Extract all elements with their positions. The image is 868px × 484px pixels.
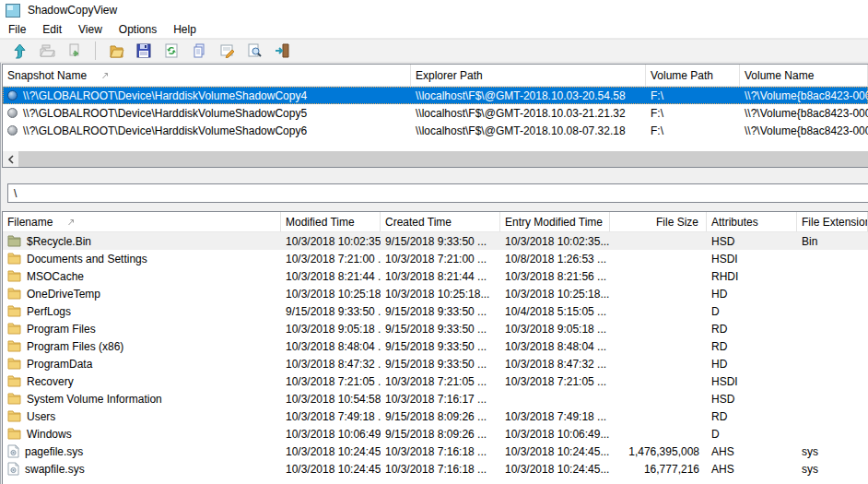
file-row[interactable]: PerfLogs 9/15/2018 9:33:50 ... 9/15/2018…	[3, 302, 868, 320]
column-header-volume-path[interactable]: Volume Path	[646, 65, 740, 86]
folder-icon	[7, 305, 21, 317]
snapshots-header: Snapshot Name Explorer Path Volume Path …	[3, 65, 868, 87]
volume-sphere-icon	[7, 90, 18, 100]
system-file-icon	[7, 462, 19, 476]
exit-button[interactable]	[274, 42, 290, 59]
open-folder-disabled-icon	[40, 43, 55, 58]
snapshot-row[interactable]: \\?\GLOBALROOT\Device\HarddiskVolumeShad…	[3, 122, 868, 139]
app-icon	[6, 4, 20, 18]
column-header-modified-time[interactable]: Modified Time	[281, 212, 381, 231]
sort-ascending-icon	[67, 218, 75, 226]
column-header-file-extension[interactable]: File Extension	[797, 212, 868, 231]
export-document-disabled-icon	[67, 43, 82, 58]
file-row[interactable]: ProgramData 10/3/2018 8:47:32 ... 9/15/2…	[3, 355, 868, 372]
scroll-left-button[interactable]	[3, 151, 18, 167]
save-floppy-icon	[136, 43, 151, 58]
volume-sphere-icon	[7, 108, 18, 118]
folder-icon	[7, 253, 21, 265]
file-row[interactable]: pagefile.sys 10/3/2018 10:24:45... 10/3/…	[3, 443, 868, 460]
find-button[interactable]	[246, 42, 263, 59]
chevron-left-icon	[7, 155, 15, 164]
snapshot-row[interactable]: \\?\GLOBALROOT\Device\HarddiskVolumeShad…	[3, 87, 868, 104]
snapshot-row[interactable]: \\?\GLOBALROOT\Device\HarddiskVolumeShad…	[3, 104, 868, 122]
copy-icon	[192, 43, 206, 58]
menu-bar: File Edit View Options Help	[0, 20, 868, 39]
open-folder-button[interactable]	[108, 42, 124, 59]
properties-icon	[219, 43, 235, 58]
folder-icon	[7, 410, 21, 422]
file-row[interactable]: swapfile.sys 10/3/2018 10:24:45... 10/3/…	[3, 460, 868, 478]
file-row[interactable]: Program Files 10/3/2018 9:05:18 ... 9/15…	[3, 320, 868, 337]
column-header-created-time[interactable]: Created Time	[381, 212, 500, 231]
copy-button[interactable]	[191, 42, 207, 59]
column-header-volume-name[interactable]: Volume Name	[740, 65, 868, 86]
current-path-field[interactable]: \	[7, 183, 868, 203]
folder-icon	[7, 270, 21, 282]
volume-sphere-icon	[7, 125, 18, 136]
title-bar: ShadowCopyView	[0, 0, 868, 20]
file-row[interactable]: $Recycle.Bin 10/3/2018 10:02:35... 9/15/…	[3, 232, 868, 250]
folder-icon	[7, 375, 21, 387]
file-row[interactable]: Users 10/3/2018 7:49:18 ... 9/15/2018 8:…	[3, 407, 868, 425]
folder-icon	[7, 288, 21, 300]
up-arrow-icon	[12, 43, 27, 59]
current-path-value: \	[14, 187, 17, 200]
refresh-button[interactable]	[163, 42, 180, 59]
exit-door-icon	[275, 43, 289, 58]
file-row[interactable]: Windows 10/3/2018 10:06:49... 9/15/2018 …	[3, 425, 868, 443]
properties-button[interactable]	[218, 42, 235, 59]
hidden-folder-icon	[7, 235, 21, 247]
sort-ascending-icon	[101, 72, 109, 79]
toolbar	[0, 39, 868, 63]
file-row[interactable]: System Volume Information 10/3/2018 10:5…	[3, 390, 868, 407]
folder-icon	[7, 358, 21, 370]
column-header-explorer-path[interactable]: Explorer Path	[411, 65, 646, 86]
go-up-button[interactable]	[11, 42, 28, 59]
file-row[interactable]: Recovery 10/3/2018 7:21:05 ... 10/3/2018…	[3, 372, 868, 390]
column-header-filename[interactable]: Filename	[3, 212, 281, 231]
menu-view[interactable]: View	[70, 20, 111, 38]
window-left-border	[0, 0, 1, 484]
file-row[interactable]: Documents and Settings 10/3/2018 7:21:00…	[3, 250, 868, 267]
menu-edit[interactable]: Edit	[34, 20, 70, 38]
folder-icon	[7, 428, 21, 440]
menu-help[interactable]: Help	[165, 20, 205, 38]
folder-icon	[7, 340, 21, 352]
find-icon	[247, 43, 262, 58]
file-row[interactable]: OneDriveTemp 10/3/2018 10:25:18... 10/3/…	[3, 285, 868, 302]
files-list: $Recycle.Bin 10/3/2018 10:02:35... 9/15/…	[3, 232, 868, 478]
column-header-snapshot-name[interactable]: Snapshot Name	[3, 65, 411, 86]
system-file-icon	[7, 444, 19, 458]
horizontal-scrollbar[interactable]	[3, 150, 868, 167]
snapshots-panel: Snapshot Name Explorer Path Volume Path …	[2, 64, 868, 168]
open-in-explorer-button[interactable]	[39, 42, 55, 59]
column-header-entry-modified-time[interactable]: Entry Modified Time	[500, 212, 610, 231]
file-row[interactable]: MSOCache 10/3/2018 8:21:44 ... 10/3/2018…	[3, 267, 868, 285]
file-row[interactable]: Program Files (x86) 10/3/2018 8:48:04 ..…	[3, 337, 868, 355]
files-header: Filename Modified Time Created Time Entr…	[3, 212, 868, 232]
column-header-file-size[interactable]: File Size	[610, 212, 707, 231]
window-title: ShadowCopyView	[28, 4, 117, 17]
folder-icon	[7, 323, 21, 335]
export-button[interactable]	[66, 42, 83, 59]
refresh-icon	[164, 43, 179, 58]
folder-icon	[109, 43, 124, 58]
scrollbar-thumb[interactable]	[18, 151, 868, 167]
menu-options[interactable]: Options	[111, 20, 165, 38]
toolbar-separator	[95, 41, 96, 60]
folder-icon	[7, 393, 21, 405]
files-panel: Filename Modified Time Created Time Entr…	[2, 211, 868, 484]
column-header-attributes[interactable]: Attributes	[707, 212, 797, 231]
save-button[interactable]	[135, 42, 152, 59]
menu-file[interactable]: File	[0, 20, 34, 38]
